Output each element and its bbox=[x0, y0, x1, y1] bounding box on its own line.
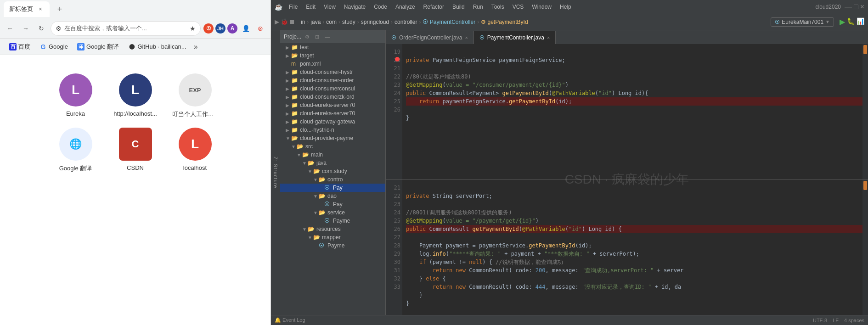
tab-close[interactable]: × bbox=[465, 35, 468, 40]
menu-run[interactable]: Run bbox=[469, 2, 487, 12]
ide-close[interactable]: × bbox=[860, 3, 864, 11]
statusbar-indent[interactable]: 4 spaces bbox=[844, 318, 864, 323]
folder-icon: 📂 bbox=[308, 226, 315, 232]
shortcut-workspace[interactable]: EXP 叮当个人工作台... bbox=[170, 73, 220, 118]
new-tab-btn[interactable]: + bbox=[53, 3, 66, 16]
menu-file[interactable]: File bbox=[285, 2, 301, 12]
extension-icon-3[interactable]: A bbox=[227, 23, 237, 34]
bc-class[interactable]: ⦿ PaymentController bbox=[423, 19, 475, 25]
tree-arrow: ▼ bbox=[297, 152, 302, 157]
bc-method[interactable]: ⚙ getPaymentById bbox=[481, 19, 528, 25]
bookmark-baidu[interactable]: 百 百度 bbox=[6, 41, 34, 53]
more-bookmarks-btn[interactable]: » bbox=[192, 42, 200, 52]
menu-window[interactable]: Window bbox=[528, 2, 555, 12]
debug-btn[interactable]: 🐛 bbox=[847, 17, 855, 26]
tree-src[interactable]: ▼ 📂 src bbox=[280, 142, 385, 151]
shortcut-csdn[interactable]: C CSDN bbox=[110, 128, 161, 173]
menu-btn[interactable]: ⊗ bbox=[254, 22, 267, 35]
bookmark-google[interactable]: G Google bbox=[36, 41, 72, 52]
tree-resources[interactable]: ▼ 📂 resources bbox=[280, 225, 385, 233]
menu-build[interactable]: Build bbox=[449, 2, 468, 12]
menu-help[interactable]: Help bbox=[556, 2, 575, 12]
run-config-selector[interactable]: ⦿ EurekaMain7001 ▼ bbox=[771, 17, 834, 27]
ide-maximize[interactable]: □ bbox=[854, 3, 858, 11]
forward-btn[interactable]: → bbox=[19, 22, 32, 35]
menu-view[interactable]: View bbox=[320, 2, 339, 12]
extension-icon-2[interactable]: JH bbox=[215, 23, 225, 34]
address-bar[interactable]: ⚙ 在百度中搜索，或者输入一个... ★ bbox=[51, 21, 201, 36]
tree-test[interactable]: ▶ 📁 test bbox=[280, 43, 385, 51]
tree-mapper-file[interactable]: ▶ ⦿ Payme bbox=[280, 241, 385, 250]
profile-btn[interactable]: 👤 bbox=[239, 22, 252, 35]
refresh-btn[interactable]: ↻ bbox=[35, 22, 48, 35]
statusbar-linesep[interactable]: LF bbox=[833, 318, 839, 323]
tree-provider[interactable]: ▼ 📂 cloud-provider-payme bbox=[280, 134, 385, 142]
tab-close-btn[interactable]: × bbox=[37, 6, 44, 13]
toolbar-stop-btn[interactable]: ⏹ bbox=[289, 18, 295, 25]
tree-service[interactable]: ▼ 📂 service bbox=[280, 208, 385, 217]
toolbar-debug-btn[interactable]: 🐞 bbox=[281, 18, 288, 25]
menu-analyze[interactable]: Analyze bbox=[392, 2, 419, 12]
statusbar-encoding[interactable]: UTF-8 bbox=[813, 318, 827, 323]
tree-hystric[interactable]: ▶ 📁 clo...-hystric-n bbox=[280, 126, 385, 134]
run-config-arrow: ▼ bbox=[825, 19, 830, 24]
coverage-btn[interactable]: 📊 bbox=[857, 17, 864, 26]
tree-target[interactable]: ▶ 📂 target bbox=[280, 51, 385, 60]
menu-code[interactable]: Code bbox=[370, 2, 391, 12]
folder-icon: 📂 bbox=[319, 193, 326, 199]
tree-arrow: ▶ bbox=[286, 103, 291, 108]
shortcut-localhost[interactable]: L http://localhost... bbox=[110, 73, 161, 118]
toolbar-run-btn[interactable]: ▶ bbox=[275, 18, 279, 25]
bookmark-github[interactable]: ⬤ GitHub · bailican... bbox=[124, 41, 190, 52]
tree-dao-file[interactable]: ▶ ⦿ Pay bbox=[280, 200, 385, 208]
browser-tab[interactable]: 新标签页 × bbox=[4, 1, 50, 17]
tree-eureka70b[interactable]: ▶ 📁 cloud-eureka-server70 bbox=[280, 109, 385, 118]
shortcut-localhost2[interactable]: L localhost bbox=[170, 128, 220, 173]
tree-label: clo...-hystric-n bbox=[300, 127, 334, 133]
tab-close[interactable]: × bbox=[547, 35, 550, 40]
shortcut-label-workspace: 叮当个人工作台... bbox=[172, 110, 218, 118]
code-editor-bottom[interactable]: 21 22 23 24 25 26 27 28 29 30 31 32 33 bbox=[386, 180, 868, 315]
tree-label: cloud-provider-payme bbox=[300, 135, 353, 141]
menu-tools[interactable]: Tools bbox=[488, 2, 508, 12]
menu-edit[interactable]: Edit bbox=[302, 2, 319, 12]
menu-vcs[interactable]: VCS bbox=[509, 2, 528, 12]
tree-service-file[interactable]: ▶ ⦿ Payme bbox=[280, 217, 385, 225]
tree-com-study[interactable]: ▼ 📂 com.study bbox=[280, 167, 385, 175]
ide-minimize[interactable]: — bbox=[845, 3, 852, 11]
tree-consumerconsul[interactable]: ▶ 📁 cloud-consumerconsul bbox=[280, 84, 385, 93]
panel-layout-btn[interactable]: ⊞ bbox=[313, 33, 321, 41]
shortcut-icon-localhost2: L bbox=[179, 128, 212, 161]
menu-refactor[interactable]: Refactor bbox=[420, 2, 448, 12]
structure-sidebar[interactable]: Z: Structure bbox=[271, 30, 280, 315]
tree-dao[interactable]: ▼ 📂 dao bbox=[280, 192, 385, 200]
tree-consumer-hystr[interactable]: ▶ 📁 cloud-consumer-hystr bbox=[280, 68, 385, 76]
panel-gear-btn[interactable]: ⚙ bbox=[303, 33, 311, 41]
tab-order-feign[interactable]: ⦿ OrderFeignController.java × bbox=[386, 31, 474, 44]
panel-minimize-btn[interactable]: — bbox=[323, 33, 332, 40]
tree-mapper[interactable]: ▼ 📂 mapper bbox=[280, 233, 385, 241]
run-btn[interactable]: ▶ bbox=[840, 17, 845, 26]
extension-icon-1[interactable]: ① bbox=[203, 23, 214, 34]
tree-gateway[interactable]: ▶ 📁 cloud-gateway-gatewa bbox=[280, 118, 385, 126]
bookmark-translate[interactable]: 译 Google 翻译 bbox=[73, 41, 123, 53]
shortcut-eureka[interactable]: L Eureka bbox=[51, 73, 101, 118]
ide-window: ☕ File Edit View Navigate Code Analyze R… bbox=[271, 0, 868, 325]
menu-navigate[interactable]: Navigate bbox=[340, 2, 369, 12]
tree-java[interactable]: ▼ 📂 java bbox=[280, 159, 385, 167]
back-btn[interactable]: ← bbox=[4, 22, 17, 35]
tree-controller[interactable]: ▼ 📂 contro bbox=[280, 175, 385, 184]
tree-pom[interactable]: ▶ m pom.xml bbox=[280, 60, 385, 68]
tree-eureka70a[interactable]: ▶ 📁 cloud-eureka-server70 bbox=[280, 101, 385, 109]
code-content-top[interactable]: private PaymentFeignService paymentFeign… bbox=[402, 44, 868, 179]
tree-consumerzk[interactable]: ▶ 📁 cloud-consumerzk-ord bbox=[280, 93, 385, 101]
tree-payment-controller[interactable]: ▶ ⦿ Pay bbox=[280, 184, 385, 192]
tab-payment-controller[interactable]: ⦿ PaymentController.java × bbox=[474, 31, 556, 44]
ide-statusbar: 🔔 Event Log UTF-8 LF 4 spaces bbox=[271, 315, 868, 325]
code-editor-top[interactable]: 19 20 21 22 23 24 25 26 private PaymentF… bbox=[386, 44, 868, 180]
shortcut-gtranslate[interactable]: 🌐 Google 翻译 bbox=[51, 128, 101, 173]
tree-main[interactable]: ▼ 📂 main bbox=[280, 151, 385, 159]
tree-consumer-order[interactable]: ▶ 📁 cloud-consumer-order bbox=[280, 76, 385, 84]
code-content-bottom[interactable]: private String serverPort; //8001(调用服务端这… bbox=[402, 180, 868, 315]
tree-arrow: ▶ bbox=[286, 86, 291, 91]
